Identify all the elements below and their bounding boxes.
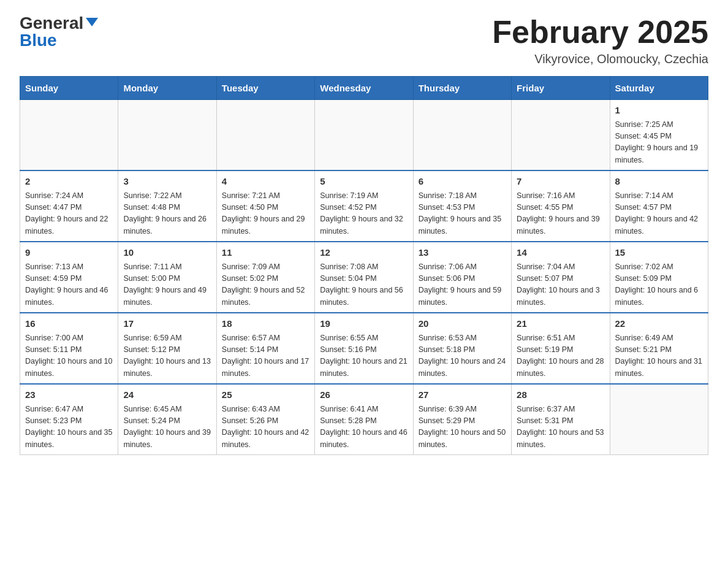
calendar-cell <box>512 100 610 171</box>
day-info: Sunrise: 6:47 AMSunset: 5:23 PMDaylight:… <box>25 404 113 451</box>
calendar-cell: 24Sunrise: 6:45 AMSunset: 5:24 PMDayligh… <box>118 384 216 455</box>
day-number: 17 <box>123 317 211 331</box>
calendar-cell: 13Sunrise: 7:06 AMSunset: 5:06 PMDayligh… <box>413 242 511 313</box>
day-info: Sunrise: 6:37 AMSunset: 5:31 PMDaylight:… <box>517 404 604 451</box>
day-info: Sunrise: 6:41 AMSunset: 5:28 PMDaylight:… <box>320 404 408 451</box>
calendar-cell: 8Sunrise: 7:14 AMSunset: 4:57 PMDaylight… <box>610 170 708 242</box>
day-number: 6 <box>419 175 506 189</box>
weekday-header-row: SundayMondayTuesdayWednesdayThursdayFrid… <box>20 77 708 100</box>
day-number: 20 <box>419 317 506 331</box>
page-header: GeneralBlue February 2025 Vikyrovice, Ol… <box>20 15 708 66</box>
calendar-cell: 19Sunrise: 6:55 AMSunset: 5:16 PMDayligh… <box>315 313 413 384</box>
day-number: 24 <box>123 388 211 402</box>
calendar-cell: 17Sunrise: 6:59 AMSunset: 5:12 PMDayligh… <box>118 313 216 384</box>
calendar-cell <box>413 100 511 171</box>
calendar-cell <box>216 100 314 171</box>
weekday-header-monday: Monday <box>118 77 216 100</box>
day-number: 27 <box>419 388 506 402</box>
logo-text: GeneralBlue <box>20 15 98 49</box>
calendar-cell <box>315 100 413 171</box>
calendar-cell <box>610 384 708 455</box>
day-number: 5 <box>320 175 408 189</box>
day-info: Sunrise: 7:14 AMSunset: 4:57 PMDaylight:… <box>615 190 703 238</box>
calendar-cell <box>20 100 118 171</box>
weekday-header-thursday: Thursday <box>413 77 511 100</box>
day-info: Sunrise: 7:22 AMSunset: 4:48 PMDaylight:… <box>123 190 211 238</box>
weekday-header-wednesday: Wednesday <box>315 77 413 100</box>
calendar-cell: 15Sunrise: 7:02 AMSunset: 5:09 PMDayligh… <box>610 242 708 313</box>
day-info: Sunrise: 7:16 AMSunset: 4:55 PMDaylight:… <box>517 190 604 238</box>
week-row-4: 16Sunrise: 7:00 AMSunset: 5:11 PMDayligh… <box>20 313 708 384</box>
day-number: 4 <box>222 175 309 189</box>
day-info: Sunrise: 6:53 AMSunset: 5:18 PMDaylight:… <box>419 332 506 380</box>
day-number: 9 <box>25 246 113 260</box>
day-number: 10 <box>123 246 211 260</box>
weekday-header-friday: Friday <box>512 77 610 100</box>
calendar-cell: 25Sunrise: 6:43 AMSunset: 5:26 PMDayligh… <box>216 384 314 455</box>
day-number: 12 <box>320 246 408 260</box>
week-row-3: 9Sunrise: 7:13 AMSunset: 4:59 PMDaylight… <box>20 242 708 313</box>
calendar-cell: 7Sunrise: 7:16 AMSunset: 4:55 PMDaylight… <box>512 170 610 242</box>
calendar-cell: 11Sunrise: 7:09 AMSunset: 5:02 PMDayligh… <box>216 242 314 313</box>
calendar-cell <box>118 100 216 171</box>
day-number: 2 <box>25 175 113 189</box>
calendar-cell: 5Sunrise: 7:19 AMSunset: 4:52 PMDaylight… <box>315 170 413 242</box>
day-info: Sunrise: 6:45 AMSunset: 5:24 PMDaylight:… <box>123 404 211 451</box>
calendar-cell: 22Sunrise: 6:49 AMSunset: 5:21 PMDayligh… <box>610 313 708 384</box>
day-number: 28 <box>517 388 604 402</box>
day-info: Sunrise: 7:09 AMSunset: 5:02 PMDaylight:… <box>222 261 309 309</box>
week-row-1: 1Sunrise: 7:25 AMSunset: 4:45 PMDaylight… <box>20 100 708 171</box>
calendar-cell: 20Sunrise: 6:53 AMSunset: 5:18 PMDayligh… <box>413 313 511 384</box>
day-info: Sunrise: 7:08 AMSunset: 5:04 PMDaylight:… <box>320 261 408 309</box>
calendar-cell: 14Sunrise: 7:04 AMSunset: 5:07 PMDayligh… <box>512 242 610 313</box>
day-info: Sunrise: 7:19 AMSunset: 4:52 PMDaylight:… <box>320 190 408 238</box>
day-number: 22 <box>615 317 703 331</box>
day-info: Sunrise: 7:25 AMSunset: 4:45 PMDaylight:… <box>615 119 703 167</box>
day-info: Sunrise: 6:57 AMSunset: 5:14 PMDaylight:… <box>222 332 309 380</box>
day-number: 3 <box>123 175 211 189</box>
day-info: Sunrise: 6:59 AMSunset: 5:12 PMDaylight:… <box>123 332 211 380</box>
weekday-header-saturday: Saturday <box>610 77 708 100</box>
calendar-cell: 12Sunrise: 7:08 AMSunset: 5:04 PMDayligh… <box>315 242 413 313</box>
calendar-cell: 10Sunrise: 7:11 AMSunset: 5:00 PMDayligh… <box>118 242 216 313</box>
day-info: Sunrise: 6:39 AMSunset: 5:29 PMDaylight:… <box>419 404 506 451</box>
day-info: Sunrise: 7:06 AMSunset: 5:06 PMDaylight:… <box>419 261 506 309</box>
day-number: 26 <box>320 388 408 402</box>
day-info: Sunrise: 6:49 AMSunset: 5:21 PMDaylight:… <box>615 332 703 380</box>
calendar-cell: 28Sunrise: 6:37 AMSunset: 5:31 PMDayligh… <box>512 384 610 455</box>
day-number: 15 <box>615 246 703 260</box>
day-number: 13 <box>419 246 506 260</box>
day-number: 1 <box>615 104 703 118</box>
calendar-cell: 6Sunrise: 7:18 AMSunset: 4:53 PMDaylight… <box>413 170 511 242</box>
calendar-cell: 9Sunrise: 7:13 AMSunset: 4:59 PMDaylight… <box>20 242 118 313</box>
day-info: Sunrise: 7:13 AMSunset: 4:59 PMDaylight:… <box>25 261 113 309</box>
day-info: Sunrise: 6:43 AMSunset: 5:26 PMDaylight:… <box>222 404 309 451</box>
day-number: 8 <box>615 175 703 189</box>
day-info: Sunrise: 7:24 AMSunset: 4:47 PMDaylight:… <box>25 190 113 238</box>
day-number: 18 <box>222 317 309 331</box>
day-number: 16 <box>25 317 113 331</box>
week-row-5: 23Sunrise: 6:47 AMSunset: 5:23 PMDayligh… <box>20 384 708 455</box>
calendar-cell: 21Sunrise: 6:51 AMSunset: 5:19 PMDayligh… <box>512 313 610 384</box>
calendar-table: SundayMondayTuesdayWednesdayThursdayFrid… <box>20 76 708 455</box>
day-number: 7 <box>517 175 604 189</box>
calendar-cell: 1Sunrise: 7:25 AMSunset: 4:45 PMDaylight… <box>610 100 708 171</box>
calendar-cell: 4Sunrise: 7:21 AMSunset: 4:50 PMDaylight… <box>216 170 314 242</box>
day-info: Sunrise: 7:04 AMSunset: 5:07 PMDaylight:… <box>517 261 604 309</box>
calendar-cell: 2Sunrise: 7:24 AMSunset: 4:47 PMDaylight… <box>20 170 118 242</box>
calendar-cell: 26Sunrise: 6:41 AMSunset: 5:28 PMDayligh… <box>315 384 413 455</box>
day-number: 11 <box>222 246 309 260</box>
calendar-cell: 18Sunrise: 6:57 AMSunset: 5:14 PMDayligh… <box>216 313 314 384</box>
day-info: Sunrise: 6:55 AMSunset: 5:16 PMDaylight:… <box>320 332 408 380</box>
calendar-cell: 3Sunrise: 7:22 AMSunset: 4:48 PMDaylight… <box>118 170 216 242</box>
day-number: 23 <box>25 388 113 402</box>
calendar-title: February 2025 <box>492 15 708 50</box>
weekday-header-tuesday: Tuesday <box>216 77 314 100</box>
day-number: 14 <box>517 246 604 260</box>
day-number: 25 <box>222 388 309 402</box>
calendar-cell: 27Sunrise: 6:39 AMSunset: 5:29 PMDayligh… <box>413 384 511 455</box>
day-info: Sunrise: 7:21 AMSunset: 4:50 PMDaylight:… <box>222 190 309 238</box>
day-info: Sunrise: 7:11 AMSunset: 5:00 PMDaylight:… <box>123 261 211 309</box>
week-row-2: 2Sunrise: 7:24 AMSunset: 4:47 PMDaylight… <box>20 170 708 242</box>
day-info: Sunrise: 7:00 AMSunset: 5:11 PMDaylight:… <box>25 332 113 380</box>
